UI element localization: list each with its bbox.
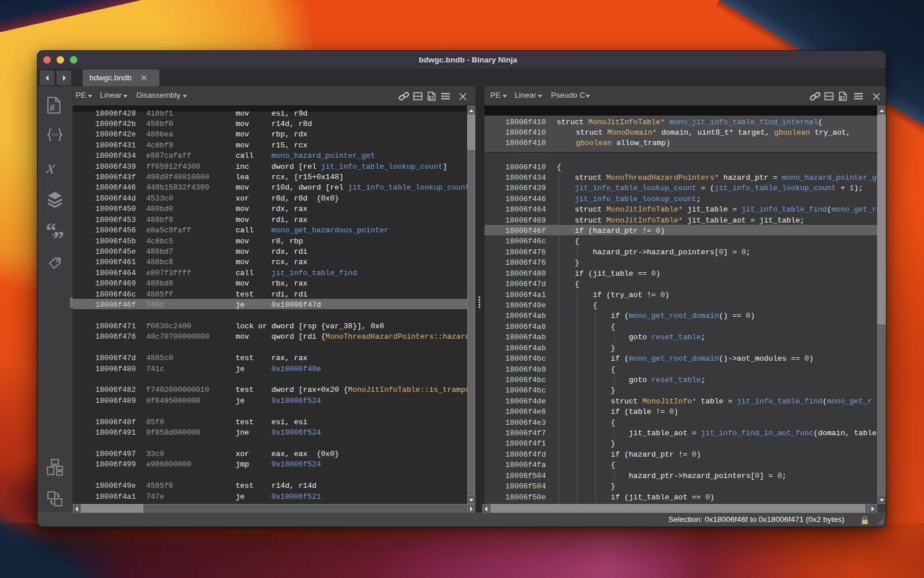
svg-text:”: ” — [53, 227, 64, 242]
svg-text:x: x — [46, 160, 57, 177]
svg-text:#: # — [50, 102, 55, 113]
